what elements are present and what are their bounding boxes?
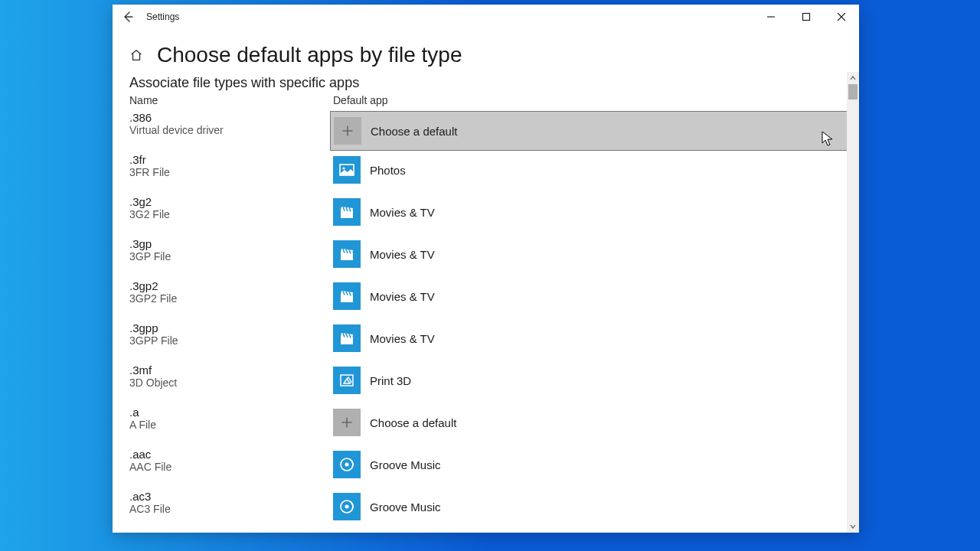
movies-tv-icon: [333, 324, 361, 352]
default-app-button[interactable]: Photos: [333, 153, 859, 187]
default-app-label: Movies & TV: [370, 290, 435, 303]
window-title: Settings: [146, 11, 179, 22]
column-header-app: Default app: [333, 94, 388, 106]
groove-music-icon: [333, 493, 361, 520]
file-type-row: .ac3AC3 FileGroove Music: [129, 490, 859, 531]
file-type-cell: .aacAAC File: [129, 448, 333, 473]
file-type-cell: .3gp23GP2 File: [129, 279, 333, 305]
scroll-thumb[interactable]: [848, 84, 858, 99]
file-extension: .3g2: [129, 195, 333, 208]
svg-point-12: [345, 505, 349, 509]
svg-rect-1: [803, 14, 810, 21]
file-type-description: 3D Object: [129, 377, 333, 389]
file-extension: .ac3: [129, 490, 333, 503]
groove-music-icon: [333, 451, 361, 478]
default-app-button[interactable]: Movies & TV: [333, 195, 859, 229]
file-type-cell: .aA File: [129, 406, 333, 431]
default-app-label: Movies & TV: [370, 248, 435, 261]
file-type-cell: .3mf3D Object: [129, 364, 333, 389]
default-app-label: Print 3D: [370, 374, 411, 387]
default-app-button[interactable]: Choose a default: [330, 111, 848, 151]
file-type-row: .3mf3D ObjectPrint 3D: [129, 364, 859, 405]
window-controls: [753, 5, 859, 29]
vertical-scrollbar[interactable]: [847, 72, 859, 533]
file-type-description: AC3 File: [129, 503, 333, 515]
home-icon[interactable]: [129, 48, 143, 62]
file-type-list: .386Virtual device driverChoose a defaul…: [129, 111, 859, 531]
default-app-button[interactable]: Print 3D: [333, 364, 859, 397]
file-extension: .3gp2: [129, 279, 333, 292]
file-type-description: Virtual device driver: [129, 124, 333, 136]
file-type-description: A File: [129, 419, 333, 431]
scroll-down-button[interactable]: [847, 520, 859, 533]
file-type-cell: .386Virtual device driver: [129, 111, 333, 136]
file-extension: .3gp: [129, 237, 333, 250]
default-app-label: Movies & TV: [370, 332, 435, 345]
window-body: Choose default apps by file type Associa…: [113, 29, 859, 533]
file-type-row: .3g23G2 FileMovies & TV: [129, 195, 859, 236]
file-extension: .a: [129, 406, 333, 419]
print-3d-icon: [333, 367, 361, 394]
svg-point-10: [345, 463, 349, 467]
heading-row: Choose default apps by file type: [129, 43, 859, 67]
file-type-cell: .3g23G2 File: [129, 195, 333, 220]
movies-tv-icon: [333, 240, 361, 268]
back-button[interactable]: [113, 5, 143, 29]
titlebar: Settings: [113, 5, 859, 29]
default-app-button[interactable]: Movies & TV: [333, 279, 859, 313]
page-title: Choose default apps by file type: [157, 43, 462, 67]
svg-rect-8: [341, 375, 353, 386]
default-app-button[interactable]: Groove Music: [333, 490, 859, 523]
file-type-row: .3gpp3GPP FileMovies & TV: [129, 321, 859, 363]
file-type-row: .aA FileChoose a default: [129, 406, 859, 447]
file-type-row: .3gp23GP2 FileMovies & TV: [129, 279, 859, 321]
minimize-icon: [766, 12, 776, 21]
plus-icon: [333, 409, 361, 436]
file-extension: .3gpp: [129, 321, 333, 334]
default-app-button[interactable]: Choose a default: [333, 406, 859, 439]
minimize-button[interactable]: [753, 5, 789, 29]
default-app-button[interactable]: Movies & TV: [333, 237, 859, 271]
file-type-row: .3fr3FR FilePhotos: [129, 153, 859, 194]
file-type-cell: .ac3AC3 File: [129, 490, 333, 515]
default-app-label: Photos: [370, 164, 406, 177]
file-type-description: AAC File: [129, 461, 333, 473]
file-type-description: 3GPP File: [129, 334, 333, 347]
close-icon: [837, 12, 846, 21]
default-app-label: Movies & TV: [370, 206, 435, 219]
maximize-icon: [802, 12, 811, 21]
file-type-cell: .3fr3FR File: [129, 153, 333, 178]
file-type-description: 3GP2 File: [129, 292, 333, 305]
file-type-description: 3FR File: [129, 166, 333, 178]
default-app-label: Choose a default: [370, 416, 456, 429]
default-app-label: Groove Music: [370, 500, 441, 514]
file-type-cell: .3gp3GP File: [129, 237, 333, 262]
back-arrow-icon: [122, 11, 134, 23]
file-type-row: .aacAAC FileGroove Music: [129, 448, 859, 489]
file-type-cell: .3gpp3GPP File: [129, 321, 333, 347]
default-app-label: Groove Music: [370, 458, 441, 471]
chevron-up-icon: [849, 74, 857, 82]
photos-icon: [333, 156, 361, 184]
file-extension: .aac: [129, 448, 333, 461]
settings-window: Settings Choose default apps by file typ…: [113, 5, 859, 533]
movies-tv-icon: [333, 198, 361, 226]
default-app-label: Choose a default: [371, 125, 457, 138]
chevron-down-icon: [849, 523, 857, 530]
default-app-button[interactable]: Groove Music: [333, 448, 859, 481]
file-extension: .386: [129, 111, 333, 124]
page-subtitle: Associate file types with specific apps: [129, 75, 859, 91]
svg-point-3: [342, 167, 345, 169]
column-headers: Name Default app: [129, 94, 859, 106]
maximize-button[interactable]: [789, 5, 824, 29]
file-type-row: .386Virtual device driverChoose a defaul…: [129, 111, 859, 152]
scroll-up-button[interactable]: [847, 72, 859, 84]
column-header-name: Name: [129, 94, 333, 106]
plus-icon: [334, 117, 361, 145]
file-type-description: 3GP File: [129, 250, 333, 262]
file-type-description: 3G2 File: [129, 208, 333, 220]
close-button[interactable]: [824, 5, 859, 29]
movies-tv-icon: [333, 282, 361, 310]
content-area: Choose default apps by file type Associa…: [113, 29, 859, 533]
default-app-button[interactable]: Movies & TV: [333, 321, 859, 355]
